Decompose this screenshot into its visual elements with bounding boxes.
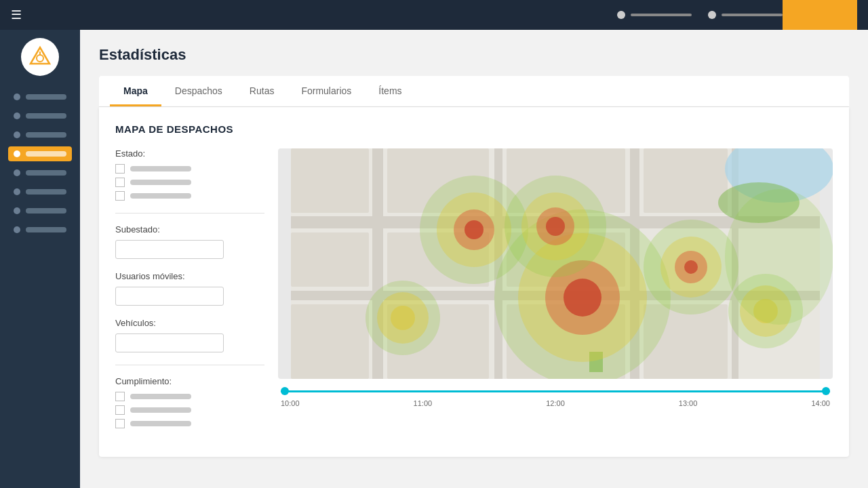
separator-2 <box>115 365 264 365</box>
sidebar-dot-3 <box>14 131 20 138</box>
sidebar-line-8 <box>26 227 66 232</box>
cumplimiento-row-3 <box>115 419 264 428</box>
estado-label: Estado: <box>115 148 264 159</box>
cumplimiento-label: Cumplimiento: <box>115 376 264 386</box>
filter-usuarios: Usuarios móviles: <box>115 271 264 306</box>
timeline-track[interactable] <box>281 386 830 396</box>
sidebar-dot-4 <box>14 150 20 157</box>
tab-mapa[interactable]: Mapa <box>110 76 161 106</box>
logo-icon <box>28 45 52 69</box>
map-visual[interactable] <box>278 148 833 379</box>
cumplimiento-line-1 <box>130 394 191 399</box>
separator-1 <box>115 213 264 214</box>
usuarios-input[interactable] <box>115 287 224 306</box>
sidebar-items <box>0 89 80 237</box>
estado-row-1 <box>115 164 264 174</box>
timeline: 10:00 11:00 12:00 13:00 14:00 <box>278 386 833 407</box>
svg-rect-18 <box>291 304 369 379</box>
vehiculos-label: Vehículos: <box>115 318 264 328</box>
timeline-line <box>281 390 830 392</box>
sidebar-line-7 <box>26 208 66 214</box>
sidebar-line-3 <box>26 132 66 138</box>
sidebar-item-4[interactable] <box>8 146 72 161</box>
timeline-labels: 10:00 11:00 12:00 13:00 14:00 <box>281 399 830 407</box>
cumplimiento-line-3 <box>130 421 191 426</box>
estado-line-3 <box>130 193 191 199</box>
map-container: 10:00 11:00 12:00 13:00 14:00 <box>278 148 833 441</box>
estado-checkbox-1[interactable] <box>115 164 125 174</box>
tab-rutas[interactable]: Rutas <box>236 76 288 106</box>
sidebar-item-3[interactable] <box>8 127 72 142</box>
sidebar-dot-1 <box>14 94 20 100</box>
sidebar-line-2 <box>26 113 66 119</box>
cumplimiento-checkbox-1[interactable] <box>115 392 125 401</box>
cumplimiento-line-2 <box>130 407 191 413</box>
tab-despachos[interactable]: Despachos <box>161 76 236 106</box>
svg-point-37 <box>546 217 565 236</box>
filter-cumplimiento: Cumplimiento: <box>115 376 264 428</box>
svg-point-41 <box>684 260 698 274</box>
subestado-input[interactable] <box>115 240 224 259</box>
cumplimiento-checkbox-2[interactable] <box>115 405 125 415</box>
sidebar-dot-7 <box>14 207 20 214</box>
filter-subestado: Subestado: <box>115 224 264 259</box>
slider-group-1 <box>617 11 692 19</box>
slider-group-2 <box>708 11 783 19</box>
top-bar-right <box>617 11 783 19</box>
svg-point-33 <box>465 220 484 239</box>
sidebar-dot-5 <box>14 169 20 176</box>
svg-rect-15 <box>291 232 369 287</box>
filter-vehiculos: Vehículos: <box>115 318 264 352</box>
main-layout: Estadísticas Mapa Despachos Rutas Formul… <box>0 30 868 488</box>
hamburger-icon[interactable]: ☰ <box>11 7 22 22</box>
sidebar-item-8[interactable] <box>8 222 72 237</box>
estado-checkbox-3[interactable] <box>115 191 125 201</box>
timeline-label-1: 11:00 <box>414 399 433 407</box>
svg-rect-14 <box>644 148 728 213</box>
cumplimiento-row-1 <box>115 392 264 401</box>
timeline-label-4: 14:00 <box>811 399 830 407</box>
map-section: Estado: <box>115 148 833 441</box>
sidebar-dot-8 <box>14 226 20 233</box>
estado-row-2 <box>115 178 264 187</box>
filter-estado: Estado: <box>115 148 264 201</box>
svg-rect-11 <box>291 148 369 213</box>
orange-block <box>783 0 857 30</box>
timeline-label-3: 13:00 <box>679 399 698 407</box>
sidebar-line-5 <box>26 170 66 176</box>
estado-line-2 <box>130 180 191 185</box>
timeline-label-2: 12:00 <box>546 399 565 407</box>
timeline-handle-left[interactable] <box>281 387 289 395</box>
tab-items[interactable]: Ítems <box>365 76 415 106</box>
slider-dot-1 <box>617 11 625 19</box>
content-area: Estadísticas Mapa Despachos Rutas Formul… <box>80 30 868 488</box>
svg-point-47 <box>391 306 415 330</box>
sidebar-item-2[interactable] <box>8 108 72 123</box>
sidebar-item-1[interactable] <box>8 89 72 104</box>
tabs-bar: Mapa Despachos Rutas Formularios Ítems <box>99 76 849 107</box>
usuarios-label: Usuarios móviles: <box>115 271 264 281</box>
slider-track-2[interactable] <box>722 14 783 16</box>
slider-track-1[interactable] <box>631 14 692 16</box>
filters-panel: Estado: <box>115 148 264 441</box>
cumplimiento-row-2 <box>115 405 264 415</box>
timeline-handle-right[interactable] <box>822 387 830 395</box>
estado-checkbox-2[interactable] <box>115 178 125 187</box>
sidebar <box>0 30 80 488</box>
sidebar-item-5[interactable] <box>8 165 72 180</box>
estado-row-3 <box>115 191 264 201</box>
cumplimiento-checkbox-3[interactable] <box>115 419 125 428</box>
vehiculos-input[interactable] <box>115 333 224 352</box>
sidebar-line-1 <box>26 94 66 100</box>
sidebar-line-4 <box>26 151 66 157</box>
sidebar-item-6[interactable] <box>8 184 72 199</box>
estado-line-1 <box>130 166 191 171</box>
card-title: MAPA DE DESPACHOS <box>115 123 833 135</box>
tab-formularios[interactable]: Formularios <box>288 76 365 106</box>
svg-point-1 <box>37 55 43 62</box>
svg-point-48 <box>725 189 833 325</box>
map-card: MAPA DE DESPACHOS Estado: <box>99 107 849 457</box>
sidebar-dot-2 <box>14 113 20 119</box>
sidebar-item-7[interactable] <box>8 203 72 218</box>
page-title: Estadísticas <box>99 46 849 64</box>
